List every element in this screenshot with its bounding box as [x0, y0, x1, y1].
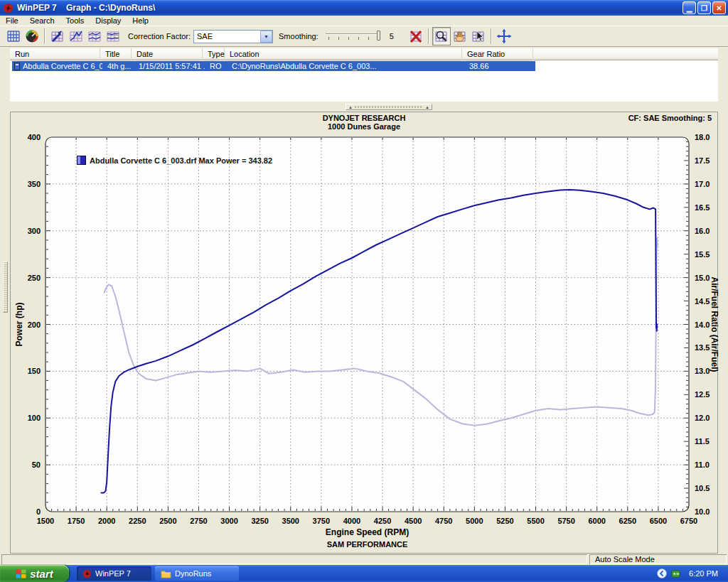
svg-text:10.5: 10.5	[695, 484, 710, 492]
run-title: 4th g...	[102, 62, 134, 70]
status-bar: Auto Scale Mode	[0, 554, 728, 565]
toolbar-separator	[428, 28, 429, 44]
smoothing-label: Smoothing:	[279, 32, 318, 41]
svg-text:12.5: 12.5	[695, 390, 710, 399]
start-button[interactable]: start	[0, 565, 69, 582]
menu-tools[interactable]: Tools	[60, 16, 90, 25]
smoothing-value: 5	[390, 32, 394, 41]
svg-text:2500: 2500	[159, 517, 176, 525]
task-button-winpep[interactable]: WinPEP 7	[77, 566, 151, 581]
smoothing-slider[interactable]	[324, 30, 381, 43]
legend: Abdulla Corvette C 6_003.drf Max Power =…	[77, 156, 272, 165]
correction-factor-select[interactable]: SAE ▼	[193, 30, 273, 43]
clock: 6:20 PM	[689, 569, 718, 578]
restore-button[interactable]: ❐	[697, 1, 711, 14]
svg-text:17.0: 17.0	[695, 180, 710, 188]
zoom-tool-icon[interactable]	[432, 27, 451, 45]
chevron-down-icon[interactable]: ▼	[260, 31, 272, 43]
horizontal-splitter[interactable]: ▲ ▲	[346, 104, 432, 110]
start-label: start	[30, 568, 53, 580]
svg-text:250: 250	[28, 274, 41, 282]
svg-text:300: 300	[28, 227, 41, 235]
column-header-run[interactable]: Run	[10, 48, 100, 60]
delete-run-icon[interactable]	[407, 27, 425, 45]
title-bar[interactable]: WinPEP 7 Graph - C:\DynoRuns\ ▁ ❐ ✕	[0, 0, 728, 16]
multi-graph-icon[interactable]	[85, 27, 104, 45]
pan-tool-icon[interactable]	[451, 27, 469, 45]
collapse-up-icon[interactable]: ▲	[348, 105, 353, 109]
toolbar-separator	[491, 28, 492, 44]
graph-panel: DYNOJET RESEARCH 1000 Dunes Garage CF: S…	[10, 112, 718, 554]
hide-icons-chevron-icon[interactable]	[657, 568, 667, 578]
chart-subtitle: 1000 Dunes Garage	[11, 122, 717, 131]
chart-title: DYNOJET RESEARCH	[11, 114, 717, 122]
select-tool-icon[interactable]	[469, 27, 488, 45]
move-axes-icon[interactable]	[495, 27, 513, 45]
graph-canvas[interactable]: 1500175020002250250027503000325035003750…	[11, 112, 719, 554]
svg-text:200: 200	[28, 320, 41, 329]
svg-text:350: 350	[28, 180, 41, 188]
svg-text:6000: 6000	[588, 517, 605, 525]
svg-text:13.0: 13.0	[695, 367, 710, 375]
table-view-icon[interactable]	[4, 27, 23, 45]
run-gear-ratio: 38.66	[464, 62, 535, 70]
menu-search[interactable]: Search	[24, 16, 60, 25]
svg-text:1750: 1750	[68, 517, 85, 525]
svg-text:15.5: 15.5	[695, 250, 710, 259]
correction-factor-value: SAE	[197, 32, 213, 41]
line-graph-icon[interactable]	[67, 27, 85, 45]
column-header-title[interactable]: Title	[100, 48, 132, 60]
run-list-header: Run Title Date Type Location Gear Ratio	[10, 48, 718, 60]
svg-text:5500: 5500	[527, 517, 544, 525]
svg-text:3500: 3500	[282, 517, 299, 525]
minimize-button[interactable]: ▁	[682, 1, 696, 14]
svg-text:5750: 5750	[557, 517, 574, 525]
column-header-gear-ratio[interactable]: Gear Ratio	[462, 48, 533, 60]
run-name: Abdulla Corvette C 6_003.drf	[23, 62, 102, 70]
run-type: RO	[205, 62, 227, 70]
left-splitter[interactable]	[3, 262, 8, 313]
app-icon	[3, 3, 14, 14]
svg-text:16.0: 16.0	[695, 227, 710, 235]
smooth-graph-icon[interactable]	[104, 27, 122, 45]
svg-text:100: 100	[28, 414, 41, 422]
task-label: WinPEP 7	[95, 569, 131, 578]
svg-text:10.0: 10.0	[695, 507, 710, 516]
column-header-location[interactable]: Location	[225, 48, 462, 60]
svg-text:15.0: 15.0	[695, 274, 710, 282]
svg-text:0: 0	[36, 507, 41, 516]
menu-display[interactable]: Display	[90, 16, 127, 25]
task-button-dynoruns[interactable]: DynoRuns	[155, 566, 239, 581]
left-axis-label: Power (hp)	[14, 302, 24, 346]
toolbar-separator	[44, 28, 46, 44]
menu-file[interactable]: File	[0, 16, 24, 25]
table-row[interactable]: Abdulla Corvette C 6_003.drf 4th g... 1/…	[12, 61, 535, 71]
window-title: WinPEP 7 Graph - C:\DynoRuns\	[17, 3, 155, 13]
menu-help[interactable]: Help	[127, 16, 154, 25]
svg-text:4500: 4500	[405, 517, 422, 525]
svg-text:11.5: 11.5	[695, 437, 710, 446]
collapse-up-icon[interactable]: ▲	[425, 105, 429, 109]
new-graph-icon[interactable]	[48, 27, 67, 45]
run-list: Run Title Date Type Location Gear Ratio …	[10, 48, 718, 102]
svg-text:50: 50	[32, 460, 41, 469]
svg-text:2750: 2750	[190, 517, 207, 525]
gauge-view-icon[interactable]	[23, 27, 41, 45]
svg-text:4000: 4000	[343, 517, 360, 525]
svg-text:12.0: 12.0	[695, 414, 710, 422]
column-header-type[interactable]: Type	[203, 48, 225, 60]
svg-text:4250: 4250	[374, 517, 391, 525]
slider-handle[interactable]	[377, 31, 380, 41]
svg-text:18.0: 18.0	[695, 133, 710, 141]
toolbar: Correction Factor: SAE ▼ Smoothing: 5	[0, 26, 728, 47]
task-label: DynoRuns	[175, 569, 211, 578]
column-header-date[interactable]: Date	[132, 48, 203, 60]
folder-icon	[161, 569, 171, 578]
menu-bar: File Search Tools Display Help	[0, 16, 728, 26]
status-message-panel	[1, 554, 587, 564]
scale-mode-panel: Auto Scale Mode	[589, 554, 727, 564]
chart-footer: SAM PERFORMANCE	[327, 540, 408, 549]
agent-tray-icon[interactable]	[671, 569, 680, 578]
close-button[interactable]: ✕	[712, 1, 726, 14]
run-date: 1/15/2011 5:57:41 ...	[134, 62, 205, 70]
